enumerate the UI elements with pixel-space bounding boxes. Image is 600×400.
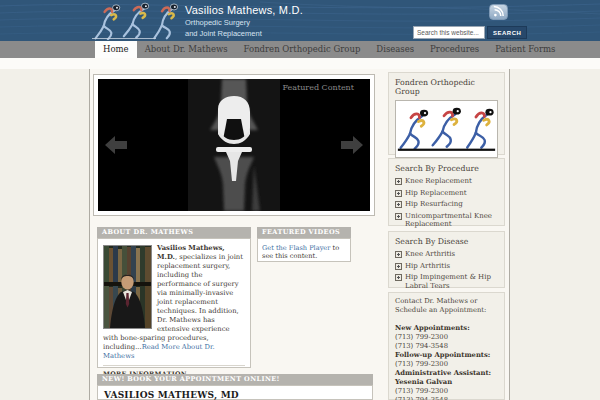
procedure-link[interactable]: Hip Resurfacing	[395, 200, 498, 209]
square-bullet-icon	[395, 274, 402, 281]
carousel-next-arrow-icon[interactable]	[341, 136, 363, 154]
book-appointment-section: VASILIOS MATHEWS, MD	[97, 385, 373, 400]
procedure-link-label: Hip Replacement	[405, 189, 467, 198]
disease-title: Search By Disease	[395, 237, 498, 246]
book-section-title: VASILIOS MATHEWS, MD	[104, 390, 366, 400]
nav-item[interactable]: Home	[95, 41, 137, 58]
disease-link[interactable]: Hip Arthritis	[395, 262, 498, 271]
contact-line: (713) 794-3548	[395, 342, 498, 351]
site-subtitle-line2: and Joint Replacement	[185, 29, 303, 38]
rss-icon[interactable]	[489, 4, 508, 20]
procedure-link-label: Unicompartmental Knee Replacement	[405, 212, 498, 229]
featured-content-label: Featured Content	[282, 83, 354, 92]
contact-intro: Contact Dr. Mathews or Schedule an Appoi…	[395, 297, 498, 315]
sidebar-group-widget: Fondren Orthopedic Group	[388, 72, 505, 155]
page: Vasilios Mathews, M.D. Orthopedic Surger…	[0, 0, 600, 400]
nav-item[interactable]: About Dr. Mathews	[137, 41, 236, 58]
carousel-viewport: Featured Content	[98, 79, 370, 211]
procedure-link-label: Knee Replacement	[405, 177, 472, 186]
contact-line: New Appointments:	[395, 324, 498, 333]
disease-link[interactable]: Hip Impingement & Hip Labral Tears	[395, 273, 498, 290]
contact-line: Follow-up Appointments:	[395, 351, 498, 360]
square-bullet-icon	[395, 251, 402, 258]
site-title: Vasilios Mathews, M.D.	[185, 4, 303, 16]
procedure-links: Knee ReplacementHip ReplacementHip Resur…	[395, 177, 498, 229]
logo-underline	[92, 38, 156, 39]
search-form: SEARCH	[413, 26, 527, 39]
contact-line: Administrative Assistant: Yesenia Galvan	[395, 369, 498, 387]
contact-line: (713) 799-2300	[395, 360, 498, 369]
disease-links: Knee ArthritisHip ArthritisHip Impingeme…	[395, 250, 498, 290]
disease-link-label: Hip Arthritis	[405, 262, 450, 271]
procedure-link[interactable]: Unicompartmental Knee Replacement	[395, 212, 498, 229]
flash-player-link[interactable]: Get the Flash Player	[262, 244, 330, 252]
contact-lines: New Appointments:(713) 799-2300(713) 794…	[395, 324, 498, 400]
site-title-block: Vasilios Mathews, M.D. Orthopedic Surger…	[185, 4, 303, 38]
running-figures-logo-icon	[396, 103, 497, 155]
square-bullet-icon	[395, 190, 402, 197]
doctor-photo	[103, 245, 152, 329]
book-appointment-header: NEW! BOOK YOUR APPOINTMENT ONLINE!	[97, 374, 373, 385]
nav-bottom-strip	[0, 58, 600, 69]
search-button[interactable]: SEARCH	[487, 26, 527, 39]
videos-section-header: FEATURED VIDEOS	[257, 227, 351, 238]
about-section: Vasilios Mathews, M.D., specializes in j…	[97, 238, 251, 368]
videos-section: Get the Flash Player to see this content…	[257, 238, 351, 262]
sidebar-procedure-widget: Search By Procedure Knee ReplacementHip …	[388, 158, 505, 226]
procedure-link[interactable]: Knee Replacement	[395, 177, 498, 186]
nav-item[interactable]: Procedures	[422, 41, 487, 58]
search-input[interactable]	[413, 26, 485, 39]
procedure-link[interactable]: Hip Replacement	[395, 189, 498, 198]
contact-line: (713) 794-3548	[395, 396, 498, 400]
featured-carousel: Featured Content	[93, 74, 375, 216]
knee-xray-image	[188, 79, 280, 211]
site-subtitle-line1: Orthopedic Surgery	[185, 18, 303, 27]
procedure-title: Search By Procedure	[395, 164, 498, 173]
nav-item[interactable]: Diseases	[368, 41, 422, 58]
group-logo-image[interactable]	[395, 100, 498, 158]
about-section-header: ABOUT DR. MATHEWS	[97, 227, 251, 238]
disease-link-label: Knee Arthritis	[405, 250, 455, 259]
square-bullet-icon	[395, 178, 402, 185]
sidebar-contact-widget: Contact Dr. Mathews or Schedule an Appoi…	[388, 292, 505, 400]
disease-link-label: Hip Impingement & Hip Labral Tears	[405, 273, 498, 290]
running-figures-logo-icon[interactable]	[91, 2, 181, 40]
site-header: Vasilios Mathews, M.D. Orthopedic Surger…	[0, 0, 600, 41]
main-nav: HomeAbout Dr. MathewsFondren Orthopedic …	[0, 41, 600, 58]
sidebar-group-title: Fondren Orthopedic Group	[395, 78, 498, 96]
carousel-prev-arrow-icon[interactable]	[105, 136, 127, 154]
nav-item[interactable]: Patient Forms	[487, 41, 563, 58]
square-bullet-icon	[395, 213, 402, 220]
square-bullet-icon	[395, 201, 402, 208]
nav-item[interactable]: Fondren Orthopedic Group	[236, 41, 369, 58]
square-bullet-icon	[395, 263, 402, 270]
procedure-link-label: Hip Resurfacing	[405, 200, 463, 209]
contact-line: (713) 799-2300	[395, 387, 498, 396]
about-divider	[103, 365, 245, 366]
contact-line: (713) 799-2300	[395, 333, 498, 342]
disease-link[interactable]: Knee Arthritis	[395, 250, 498, 259]
sidebar-disease-widget: Search By Disease Knee ArthritisHip Arth…	[388, 231, 505, 288]
